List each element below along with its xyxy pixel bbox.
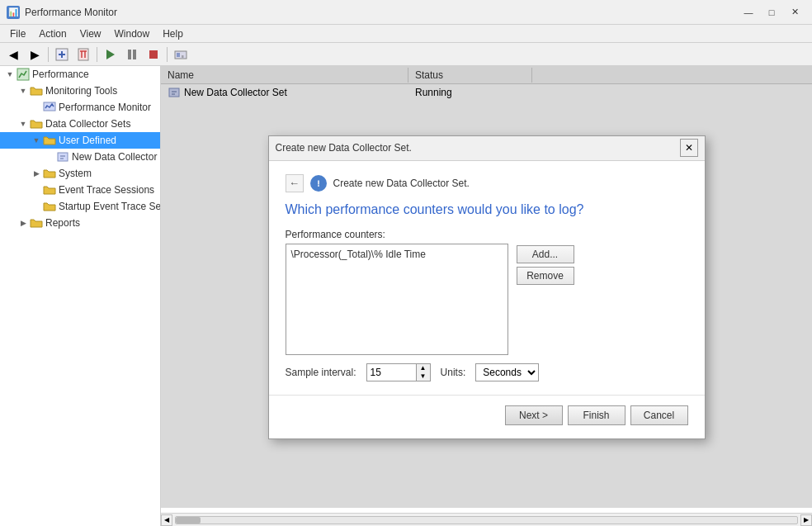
dialog-footer: Next > Finish Cancel bbox=[269, 395, 705, 438]
sidebar-item-perf-monitor[interactable]: ▶ Performance Monitor bbox=[0, 99, 160, 116]
dialog-heading: Which performance counters would you lik… bbox=[286, 202, 688, 217]
minimize-button[interactable]: — bbox=[738, 4, 759, 21]
folder-icon-6 bbox=[43, 200, 56, 213]
expand-icon-10: ▶ bbox=[17, 216, 30, 230]
toolbar: ◀ ▶ ≡ bbox=[0, 43, 812, 66]
counters-section: \Processor(_Total)\% Idle Time Add... Re… bbox=[286, 244, 688, 355]
svg-rect-1 bbox=[78, 49, 88, 60]
toolbar-new[interactable] bbox=[52, 45, 72, 64]
sidebar-item-startup-event[interactable]: ▶ Startup Event Trace Sess bbox=[0, 198, 160, 215]
toolbar-properties[interactable]: ≡ bbox=[171, 45, 191, 64]
sidebar-label-user-defined: User Defined bbox=[59, 135, 116, 146]
dialog-close-button[interactable]: ✕ bbox=[680, 139, 698, 157]
cancel-button[interactable]: Cancel bbox=[630, 405, 688, 425]
svg-text:≡: ≡ bbox=[182, 54, 184, 59]
dialog-nav: ← Create new Data Collector Set. bbox=[286, 174, 688, 192]
folder-icon-3 bbox=[43, 134, 56, 147]
sidebar-label-performance: Performance bbox=[32, 69, 89, 80]
dialog-nav-text: Create new Data Collector Set. bbox=[333, 178, 470, 189]
spin-down-button[interactable]: ▼ bbox=[417, 372, 430, 381]
window-controls: — □ ✕ bbox=[738, 4, 805, 21]
dialog-create-data-collector: Create new Data Collector Set. ✕ ← Creat… bbox=[268, 135, 706, 439]
folder-icon-1 bbox=[30, 84, 43, 97]
svg-rect-5 bbox=[149, 50, 158, 59]
menu-help[interactable]: Help bbox=[156, 26, 190, 41]
horizontal-scrollbar: ◀ ▶ bbox=[161, 513, 812, 526]
close-button[interactable]: ✕ bbox=[784, 4, 805, 21]
app-title: Performance Monitor bbox=[25, 7, 738, 18]
svg-rect-7 bbox=[177, 53, 180, 57]
expand-icon-5: ▼ bbox=[30, 134, 43, 147]
folder-icon-4 bbox=[43, 167, 56, 180]
sidebar-item-performance[interactable]: ▼ Performance bbox=[0, 66, 160, 83]
toolbar-start[interactable] bbox=[101, 45, 120, 64]
sidebar-label-event-trace: Event Trace Sessions bbox=[59, 184, 154, 196]
performance-counters-list[interactable]: \Processor(_Total)\% Idle Time bbox=[286, 244, 508, 355]
maximize-button[interactable]: □ bbox=[761, 4, 782, 21]
dialog-body: ← Create new Data Collector Set. Which p… bbox=[269, 161, 705, 395]
counter-item[interactable]: \Processor(_Total)\% Idle Time bbox=[290, 248, 504, 261]
add-counter-button[interactable]: Add... bbox=[517, 245, 574, 263]
sidebar-label-new-data-collector: New Data Collector bbox=[72, 151, 157, 163]
sidebar-item-reports[interactable]: ▶ Reports bbox=[0, 215, 160, 231]
toolbar-delete[interactable] bbox=[73, 45, 93, 64]
toolbar-pause[interactable] bbox=[122, 45, 142, 64]
sidebar-item-new-data-collector[interactable]: ▶ New Data Collector bbox=[0, 149, 160, 165]
toolbar-back[interactable]: ◀ bbox=[3, 45, 23, 64]
menu-file[interactable]: File bbox=[3, 26, 32, 41]
menu-view[interactable]: View bbox=[73, 26, 108, 41]
sidebar-label-data-collector-sets: Data Collector Sets bbox=[45, 118, 130, 130]
folder-icon-2 bbox=[30, 117, 43, 130]
sample-input-wrapper: ▲ ▼ bbox=[366, 363, 431, 381]
spin-up-button[interactable]: ▲ bbox=[417, 364, 430, 372]
collector-icon bbox=[56, 150, 69, 163]
separator-2 bbox=[97, 47, 97, 62]
next-button[interactable]: Next > bbox=[505, 405, 563, 425]
sample-interval-input[interactable] bbox=[366, 363, 416, 381]
sidebar-label-system: System bbox=[59, 168, 92, 179]
expand-icon-2: ▼ bbox=[17, 84, 30, 97]
expand-icon-4: ▼ bbox=[17, 117, 30, 130]
sidebar-label-reports: Reports bbox=[45, 217, 80, 229]
menu-window[interactable]: Window bbox=[108, 26, 157, 41]
toolbar-forward[interactable]: ▶ bbox=[25, 45, 45, 64]
svg-marker-2 bbox=[106, 50, 115, 59]
sidebar-item-monitoring-tools[interactable]: ▼ Monitoring Tools bbox=[0, 83, 160, 99]
dialog-nav-icon bbox=[310, 175, 327, 192]
sidebar-item-user-defined[interactable]: ▼ User Defined bbox=[0, 132, 160, 149]
svg-point-14 bbox=[318, 185, 319, 187]
dialog-title: Create new Data Collector Set. bbox=[276, 142, 680, 154]
scroll-thumb bbox=[176, 517, 201, 524]
menu-action[interactable]: Action bbox=[32, 26, 73, 41]
perf-icon bbox=[17, 68, 30, 81]
units-select[interactable]: Seconds Minutes Hours Days bbox=[475, 363, 539, 381]
folder-icon-7 bbox=[30, 216, 43, 230]
separator-3 bbox=[167, 47, 168, 62]
sidebar-item-system[interactable]: ▶ System bbox=[0, 165, 160, 182]
main-layout: ▼ Performance ▼ Monitoring Tools ▶ Perfo… bbox=[0, 66, 812, 526]
toolbar-stop[interactable] bbox=[144, 45, 163, 64]
separator-1 bbox=[48, 47, 49, 62]
finish-button[interactable]: Finish bbox=[568, 405, 626, 425]
folder-icon-5 bbox=[43, 183, 56, 197]
modal-overlay: Create new Data Collector Set. ✕ ← Creat… bbox=[161, 66, 812, 508]
scroll-track[interactable] bbox=[175, 516, 798, 524]
units-label: Units: bbox=[441, 367, 466, 378]
sidebar-label-startup-event: Startup Event Trace Sess bbox=[59, 201, 161, 212]
expand-icon: ▼ bbox=[3, 68, 17, 81]
remove-counter-button[interactable]: Remove bbox=[517, 267, 574, 285]
monitor-icon bbox=[43, 101, 56, 114]
counter-action-buttons: Add... Remove bbox=[517, 244, 574, 285]
sidebar-label-perf-monitor: Performance Monitor bbox=[59, 102, 151, 113]
sidebar: ▼ Performance ▼ Monitoring Tools ▶ Perfo… bbox=[0, 66, 161, 526]
sample-interval-row: Sample interval: ▲ ▼ Units: Seconds Minu… bbox=[286, 363, 688, 381]
scroll-right-button[interactable]: ▶ bbox=[800, 514, 812, 526]
svg-rect-4 bbox=[133, 50, 136, 59]
sidebar-item-data-collector-sets[interactable]: ▼ Data Collector Sets bbox=[0, 116, 160, 132]
title-bar: 📊 Performance Monitor — □ ✕ bbox=[0, 0, 812, 25]
scroll-left-button[interactable]: ◀ bbox=[161, 514, 172, 526]
sidebar-item-event-trace[interactable]: ▶ Event Trace Sessions bbox=[0, 182, 160, 198]
spinner: ▲ ▼ bbox=[416, 363, 431, 381]
content-area: Name Status New Data Collector Set Runni… bbox=[161, 66, 812, 526]
dialog-back-button[interactable]: ← bbox=[286, 174, 304, 192]
